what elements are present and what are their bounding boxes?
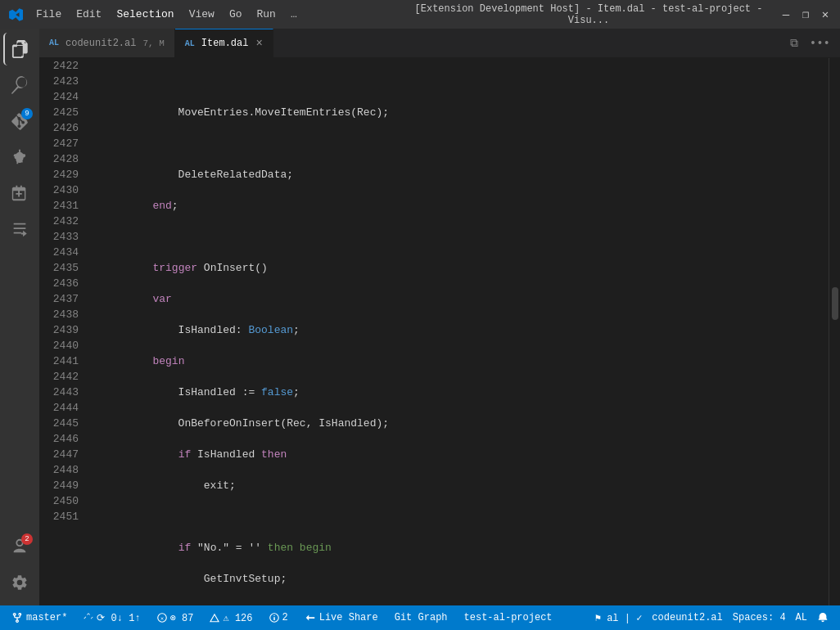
- menu-more[interactable]: …: [284, 6, 304, 23]
- activity-search-icon[interactable]: [3, 69, 36, 101]
- line-num-2446: 2446: [39, 431, 79, 447]
- tab-codeunit-suffix: 7, M: [142, 38, 164, 48]
- code-line-2423: MoveEntries.MoveItemEntries(Rec);: [102, 105, 829, 120]
- project-name: test-al-project: [464, 612, 553, 623]
- code-editor[interactable]: 2422 2423 2424 2425 2426 2427 2428 2429 …: [39, 58, 840, 605]
- code-line-2438: GetInvtSetup;: [102, 571, 829, 587]
- close-button[interactable]: ✕: [819, 8, 832, 21]
- menu-bar: File Edit Selection View Go Run …: [29, 6, 398, 23]
- activity-git-icon[interactable]: 9: [3, 105, 36, 137]
- warning-icon: [210, 613, 219, 623]
- line-num-2441: 2441: [39, 353, 79, 369]
- status-gitgraph[interactable]: Git Graph: [391, 605, 451, 630]
- tab-codeunit[interactable]: AL codeunit2.al 7, M: [39, 29, 175, 57]
- gitgraph-label: Git Graph: [395, 612, 448, 623]
- minimize-button[interactable]: —: [779, 8, 793, 21]
- code-line-2424: [102, 136, 829, 151]
- line-num-2444: 2444: [39, 400, 79, 416]
- activity-account-icon[interactable]: 2: [3, 530, 36, 563]
- code-line-2437: if "No." = '' then begin: [102, 540, 829, 556]
- code-line-2425: DeleteRelatedData;: [102, 167, 829, 182]
- liveshare-label: Live Share: [319, 612, 378, 623]
- info-count: 2: [282, 612, 288, 623]
- line-num-2451: 2451: [39, 509, 79, 524]
- menu-edit[interactable]: Edit: [70, 6, 108, 23]
- menu-file[interactable]: File: [29, 6, 68, 23]
- menu-view[interactable]: View: [183, 6, 221, 23]
- status-sync[interactable]: ⟳ 0↓ 1↑: [80, 605, 143, 630]
- status-branch[interactable]: master*: [8, 605, 70, 630]
- tab-codeunit-name: codeunit2.al: [65, 38, 136, 49]
- line-num-2443: 2443: [39, 385, 79, 400]
- activity-remote-icon[interactable]: [3, 213, 36, 245]
- line-num-2436: 2436: [39, 276, 79, 291]
- sync-icon: [84, 613, 93, 623]
- user-name: ⚑ al | ✓: [595, 612, 643, 624]
- line-num-2442: 2442: [39, 369, 79, 385]
- status-user[interactable]: ⚑ al | ✓: [592, 612, 646, 624]
- branch-name: master*: [26, 612, 67, 623]
- code-line-2430: IsHandled: Boolean;: [102, 322, 829, 338]
- tab-item-close[interactable]: ×: [255, 37, 262, 50]
- menu-go[interactable]: Go: [223, 6, 249, 23]
- tab-item-name: Item.dal: [201, 38, 249, 49]
- line-num-2428: 2428: [39, 151, 79, 167]
- line-num-2424: 2424: [39, 89, 79, 105]
- error-icon: ✕: [157, 613, 167, 623]
- tabs-right-controls: ⧉ •••: [787, 29, 840, 57]
- git-badge: 9: [21, 108, 33, 119]
- line-num-2449: 2449: [39, 478, 79, 493]
- activity-settings-icon[interactable]: [3, 566, 36, 599]
- status-notifications[interactable]: [814, 612, 832, 623]
- status-liveshare[interactable]: Live Share: [301, 605, 382, 630]
- spaces-label: Spaces: 4: [733, 612, 786, 623]
- status-warnings[interactable]: ⚠ 126: [206, 605, 255, 630]
- line-num-2426: 2426: [39, 120, 79, 136]
- tab-item[interactable]: AL Item.dal ×: [175, 29, 273, 57]
- scrollbar[interactable]: [829, 58, 840, 605]
- activity-bar-bottom: 2: [3, 530, 36, 605]
- line-num-2438: 2438: [39, 307, 79, 322]
- code-line-2434: if IsHandled then: [102, 447, 829, 462]
- code-line-2426: end;: [102, 198, 829, 214]
- editor-area: AL codeunit2.al 7, M AL Item.dal × ⧉ •••…: [39, 29, 840, 605]
- line-num-2431: 2431: [39, 198, 79, 214]
- window-title: [Extension Development Host] - Item.dal …: [404, 3, 773, 26]
- activity-explorer-icon[interactable]: [3, 33, 36, 65]
- line-num-2448: 2448: [39, 462, 79, 478]
- code-line-2427: [102, 229, 829, 245]
- status-language[interactable]: AL: [793, 612, 811, 623]
- code-content[interactable]: MoveEntries.MoveItemEntries(Rec); Delete…: [88, 58, 829, 605]
- line-num-2439: 2439: [39, 322, 79, 338]
- line-num-2437: 2437: [39, 291, 79, 307]
- activity-bar: 9 2: [0, 29, 39, 605]
- code-line-2422: [102, 74, 829, 89]
- activity-extensions-icon[interactable]: [3, 177, 36, 209]
- code-line-2429: var: [102, 291, 829, 307]
- code-line-2428: trigger OnInsert(): [102, 260, 829, 276]
- menu-selection[interactable]: Selection: [110, 6, 180, 23]
- menu-run[interactable]: Run: [250, 6, 282, 23]
- split-editor-icon[interactable]: ⧉: [787, 35, 802, 52]
- maximize-button[interactable]: ❐: [799, 8, 812, 21]
- more-tabs-icon[interactable]: •••: [806, 35, 833, 52]
- title-bar: File Edit Selection View Go Run … [Exten…: [0, 0, 840, 29]
- code-line-2431: begin: [102, 353, 829, 369]
- main-layout: 9 2 AL codeunit2.al 7, M: [0, 29, 840, 605]
- status-spaces[interactable]: Spaces: 4: [729, 612, 789, 623]
- status-errors[interactable]: ✕ ⊗ 87: [154, 605, 197, 630]
- line-num-2423: 2423: [39, 74, 79, 89]
- status-project[interactable]: test-al-project: [461, 605, 556, 630]
- line-num-2430: 2430: [39, 182, 79, 198]
- status-info[interactable]: 2: [266, 605, 291, 630]
- activity-debug-icon[interactable]: [3, 141, 36, 173]
- info-icon: [269, 613, 279, 623]
- code-line-2436: [102, 509, 829, 524]
- bell-icon: [817, 612, 829, 623]
- scrollbar-thumb[interactable]: [832, 287, 838, 320]
- line-num-2429: 2429: [39, 167, 79, 182]
- line-num-2425: 2425: [39, 105, 79, 120]
- line-num-2422: 2422: [39, 58, 79, 74]
- status-file[interactable]: codeunit2.al: [648, 612, 725, 623]
- tabs-bar: AL codeunit2.al 7, M AL Item.dal × ⧉ •••: [39, 29, 840, 58]
